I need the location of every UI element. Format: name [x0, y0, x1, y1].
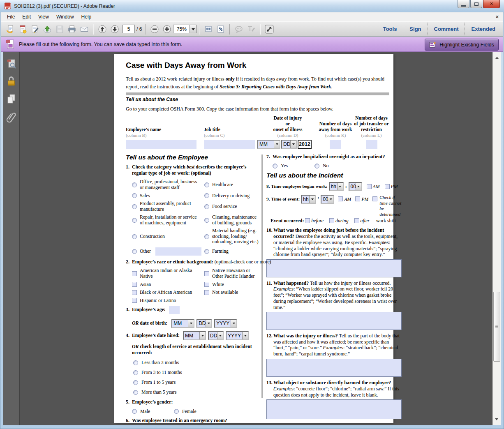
- question-1: 1.Check the category which best describe…: [126, 164, 261, 177]
- female-radio[interactable]: [174, 409, 179, 414]
- dob-year-select[interactable]: YYYY: [214, 319, 237, 328]
- began-hour-select[interactable]: hh: [329, 182, 344, 191]
- more-5-years-radio[interactable]: [133, 390, 138, 395]
- menu-window[interactable]: Window: [53, 13, 78, 21]
- before-checkbox[interactable]: [305, 218, 310, 223]
- material-handling-radio[interactable]: [204, 234, 209, 239]
- q10-textarea[interactable]: [266, 259, 402, 277]
- scrollbar-thumb[interactable]: [493, 292, 500, 362]
- hospitalized-no-radio[interactable]: [314, 164, 319, 168]
- hired-year-select[interactable]: YYYY: [226, 331, 249, 340]
- sales-radio[interactable]: [132, 193, 137, 198]
- asian-checkbox[interactable]: [132, 282, 137, 287]
- office-radio[interactable]: [132, 182, 137, 187]
- male-radio[interactable]: [132, 409, 137, 414]
- fit-width-button[interactable]: [202, 23, 215, 35]
- create-pdf-button[interactable]: [16, 23, 29, 35]
- dob-day-select[interactable]: DD: [197, 319, 212, 328]
- zoom-out-button[interactable]: [148, 23, 161, 35]
- construction-radio[interactable]: [132, 234, 137, 239]
- attachments-icon[interactable]: [6, 111, 17, 124]
- event-hour-select[interactable]: hh: [301, 195, 316, 204]
- menu-edit[interactable]: Edit: [18, 13, 35, 21]
- 1-5-years-radio[interactable]: [133, 380, 138, 385]
- dob-month-select[interactable]: MM: [171, 319, 194, 328]
- other-radio[interactable]: [132, 249, 137, 254]
- security-lock-icon[interactable]: [6, 75, 17, 88]
- print-button[interactable]: [66, 23, 78, 35]
- zoom-dropdown-button[interactable]: [190, 25, 197, 33]
- scroll-down-icon[interactable]: [495, 418, 498, 422]
- 3-11-months-radio[interactable]: [133, 370, 138, 375]
- delivery-radio[interactable]: [204, 193, 209, 198]
- page-number-input[interactable]: 5: [123, 25, 135, 33]
- hospitalized-yes-radio[interactable]: [273, 164, 277, 168]
- injury-month-select[interactable]: MM: [257, 140, 280, 149]
- menu-view[interactable]: View: [35, 13, 53, 21]
- next-page-button[interactable]: [109, 23, 121, 35]
- job-title-field[interactable]: [204, 140, 255, 149]
- days-transfer-field[interactable]: [366, 140, 377, 149]
- q12-textarea[interactable]: [266, 359, 402, 377]
- maximize-button[interactable]: [470, 0, 482, 8]
- previous-page-button[interactable]: [96, 23, 109, 35]
- healthcare-radio[interactable]: [204, 182, 209, 187]
- other-category-input[interactable]: [155, 247, 201, 256]
- hired-month-select[interactable]: MM: [183, 331, 206, 340]
- vertical-scrollbar[interactable]: [492, 52, 501, 425]
- open-button[interactable]: [4, 23, 16, 35]
- text-annotation-button[interactable]: [245, 23, 257, 35]
- pages-icon[interactable]: [6, 93, 17, 105]
- farming-radio[interactable]: [204, 249, 209, 254]
- event-minute-select[interactable]: 00: [321, 195, 334, 204]
- zoom-level-input[interactable]: 75%: [173, 25, 190, 33]
- time-undetermined-checkbox[interactable]: [372, 196, 377, 201]
- zoom-in-button[interactable]: [161, 23, 173, 35]
- tab-extended[interactable]: Extended: [465, 22, 502, 36]
- q11-textarea[interactable]: [266, 312, 402, 330]
- cleaning-radio[interactable]: [204, 218, 209, 223]
- tab-sign[interactable]: Sign: [403, 22, 427, 36]
- fullscreen-icon: [264, 24, 274, 34]
- native-hawaiian-checkbox[interactable]: [204, 271, 209, 276]
- began-minute-select[interactable]: 00: [349, 182, 362, 191]
- pdf-file-icon: [4, 2, 11, 9]
- repair-radio[interactable]: [132, 218, 137, 223]
- save-button[interactable]: [53, 23, 66, 35]
- tab-comment[interactable]: Comment: [428, 22, 465, 36]
- comment-bubble-button[interactable]: [233, 23, 245, 35]
- highlight-fields-button[interactable]: Highlight Existing Fields: [425, 39, 499, 51]
- began-am-checkbox[interactable]: [367, 184, 372, 189]
- less-3-months-radio[interactable]: [133, 360, 138, 365]
- scroll-up-icon[interactable]: [495, 55, 499, 59]
- event-pm-checkbox[interactable]: [355, 196, 360, 201]
- american-indian-checkbox[interactable]: [132, 271, 137, 276]
- injury-day-select[interactable]: DD: [281, 140, 297, 149]
- menu-file[interactable]: File: [3, 13, 18, 21]
- send-file-button[interactable]: [41, 23, 53, 35]
- hired-day-select[interactable]: DD: [208, 331, 224, 340]
- days-away-field[interactable]: [330, 140, 341, 149]
- menubar-close-icon[interactable]: ✕: [495, 14, 499, 20]
- tab-tools[interactable]: Tools: [377, 22, 403, 36]
- q13-textarea[interactable]: [266, 399, 402, 419]
- page-thumbnails-icon[interactable]: [6, 58, 17, 70]
- began-pm-checkbox[interactable]: [385, 184, 390, 189]
- email-button[interactable]: [78, 23, 90, 35]
- during-checkbox[interactable]: [329, 218, 334, 223]
- minimize-button[interactable]: [458, 0, 469, 8]
- close-button[interactable]: ✕: [483, 0, 500, 8]
- food-service-radio[interactable]: [204, 204, 209, 209]
- fullscreen-button[interactable]: [263, 23, 275, 35]
- menu-help[interactable]: Help: [78, 13, 95, 21]
- black-checkbox[interactable]: [132, 290, 137, 295]
- not-available-checkbox[interactable]: [204, 290, 209, 295]
- sign-document-button[interactable]: [29, 23, 41, 35]
- employee-name-field[interactable]: [126, 140, 197, 149]
- fit-page-button[interactable]: [215, 23, 227, 35]
- product-assembly-radio[interactable]: [132, 204, 137, 209]
- after-checkbox[interactable]: [354, 218, 359, 223]
- white-checkbox[interactable]: [204, 282, 209, 287]
- hispanic-checkbox[interactable]: [132, 298, 137, 303]
- event-am-checkbox[interactable]: [338, 196, 343, 201]
